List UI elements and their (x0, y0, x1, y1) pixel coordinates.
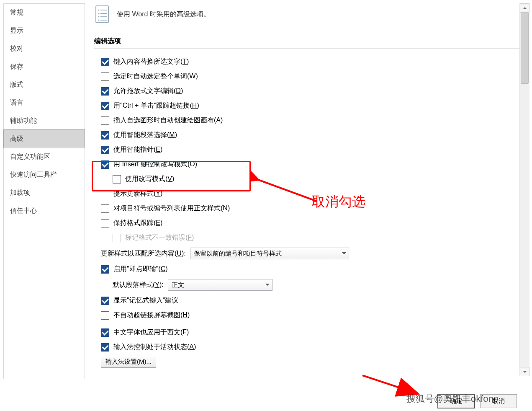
scroll-up-button[interactable] (520, 3, 529, 13)
editing-options-group: 键入内容替换所选文字(T) 选定时自动选定整个单词(W) 允许拖放式文字编辑(D… (94, 54, 523, 369)
svg-point-1 (98, 9, 99, 10)
checkbox-icon (113, 234, 121, 242)
sidebar-item-proofing[interactable]: 校对 (4, 40, 85, 58)
opt-keep-format-tracking[interactable]: 保持格式跟踪(E) (101, 216, 523, 230)
svg-point-3 (98, 13, 99, 14)
row-update-style-select: 更新样式以匹配所选内容(U): 保留以前的编号和项目符号样式 (101, 245, 523, 262)
chevron-down-icon (342, 251, 346, 256)
opt-label: 使用改写模式(V) (125, 175, 174, 184)
sidebar-item-addins[interactable]: 加载项 (4, 184, 85, 202)
checkbox-icon[interactable] (101, 87, 109, 96)
scroll-down-button[interactable] (520, 367, 529, 376)
opt-no-auto-hyperlink-screenshot[interactable]: 不自动超链接屏幕截图(H) (101, 308, 523, 323)
sidebar-item-accessibility[interactable]: 辅助功能 (4, 112, 85, 130)
checkbox-icon[interactable] (101, 297, 109, 305)
ime-settings-button[interactable]: 输入法设置(M)... (101, 356, 156, 368)
sidebar-item-advanced[interactable]: 高级 (3, 129, 85, 148)
advanced-options-panel: 使用 Word 时采用的高级选项。 编辑选项 键入内容替换所选文字(T) 选定时… (85, 0, 532, 379)
opt-typing-replace[interactable]: 键入内容替换所选文字(T) (101, 54, 523, 69)
opt-label: 使用智能指针(E) (113, 145, 162, 154)
opt-use-overtype[interactable]: 使用改写模式(V) (101, 172, 523, 186)
checkbox-icon[interactable] (101, 160, 109, 169)
sidebar-item-display[interactable]: 显示 (4, 22, 85, 40)
select-value: 保留以前的编号和项目符号样式 (194, 250, 282, 258)
annotation-text: 取消勾选 (312, 193, 365, 211)
default-para-style-select[interactable]: 正文 (168, 279, 272, 291)
sidebar-item-save[interactable]: 保存 (4, 58, 85, 76)
opt-label: 用"Ctrl + 单击"跟踪超链接(H) (113, 101, 199, 110)
opt-label: 使用智能段落选择(M) (113, 131, 177, 140)
sidebar-item-customize-ribbon[interactable]: 自定义功能区 (4, 148, 85, 166)
checkbox-icon[interactable] (101, 343, 109, 352)
opt-label: 中文字体也应用于西文(F) (113, 328, 189, 337)
update-style-select[interactable]: 保留以前的编号和项目符号样式 (190, 248, 349, 259)
checkbox-icon[interactable] (101, 72, 109, 81)
opt-label: 提示更新样式(Y) (113, 189, 162, 198)
select-value: 正文 (172, 281, 184, 289)
opt-auto-canvas[interactable]: 插入自选图形时自动创建绘图画布(A) (101, 113, 523, 128)
opt-autocomplete-suggestion[interactable]: 显示"记忆式键入"建议 (101, 293, 523, 308)
checkbox-icon[interactable] (101, 146, 109, 154)
opt-insert-key-overtype[interactable]: 用 Insert 键控制改写模式(O) (101, 157, 523, 172)
checkbox-icon[interactable] (101, 265, 109, 274)
section-divider (94, 48, 523, 49)
sidebar-item-layout[interactable]: 版式 (4, 76, 85, 94)
checkbox-icon[interactable] (101, 204, 109, 213)
opt-drag-drop-edit[interactable]: 允许拖放式文字编辑(D) (101, 84, 523, 98)
document-options-icon (94, 5, 111, 23)
opt-label: 保持格式跟踪(E) (113, 219, 162, 227)
opt-smart-paragraph[interactable]: 使用智能段落选择(M) (101, 128, 523, 142)
opt-label: 允许拖放式文字编辑(D) (113, 87, 183, 96)
opt-click-and-type[interactable]: 启用"即点即输"(C) (101, 262, 523, 277)
row-ime-settings: 输入法设置(M)... (101, 354, 523, 369)
checkbox-icon[interactable] (101, 116, 109, 125)
opt-label: 标记格式不一致错误(F) (125, 233, 194, 242)
opt-ctrl-click-hyperlink[interactable]: 用"Ctrl + 单击"跟踪超链接(H) (101, 98, 523, 113)
opt-ime-active[interactable]: 输入法控制处于活动状态(A) (101, 340, 523, 354)
opt-label: 不自动超链接屏幕截图(H) (113, 311, 190, 320)
opt-chinese-font-latin[interactable]: 中文字体也应用于西文(F) (101, 325, 523, 340)
opt-smart-cursor[interactable]: 使用智能指针(E) (101, 142, 523, 157)
row-default-paragraph-style: 默认段落样式(Y): 正文 (101, 277, 523, 293)
ok-button[interactable]: 确定 (437, 394, 475, 408)
checkbox-icon[interactable] (101, 328, 109, 337)
opt-label: 用 Insert 键控制改写模式(O) (113, 160, 197, 169)
checkbox-icon[interactable] (113, 175, 121, 184)
vertical-scrollbar[interactable] (519, 3, 529, 376)
opt-label: 输入法控制处于活动状态(A) (113, 343, 196, 352)
svg-point-7 (98, 19, 99, 21)
sidebar-item-language[interactable]: 语言 (4, 94, 85, 112)
checkbox-icon[interactable] (101, 131, 109, 140)
options-category-sidebar: 常规 显示 校对 保存 版式 语言 辅助功能 高级 自定义功能区 快速访问工具栏… (3, 3, 85, 379)
chevron-down-icon (265, 283, 270, 287)
checkbox-icon[interactable] (101, 311, 109, 320)
panel-title: 使用 Word 时采用的高级选项。 (117, 10, 210, 19)
opt-label: 键入内容替换所选文字(T) (113, 57, 189, 66)
scrollbar-thumb[interactable] (521, 13, 529, 84)
checkbox-icon[interactable] (101, 219, 109, 227)
opt-label: 选定时自动选定整个单词(W) (113, 72, 198, 81)
dialog-buttons-row: 确定 取消 (437, 394, 517, 408)
opt-label: 对项目符号或编号列表使用正文样式(N) (113, 204, 230, 213)
sidebar-item-quick-access-toolbar[interactable]: 快速访问工具栏 (4, 166, 85, 184)
checkbox-icon[interactable] (101, 58, 109, 66)
opt-label: 插入自选图形时自动创建绘图画布(A) (113, 116, 223, 125)
svg-point-5 (98, 16, 99, 17)
default-para-style-label: 默认段落样式(Y): (113, 281, 164, 290)
opt-select-whole-word[interactable]: 选定时自动选定整个单词(W) (101, 69, 523, 84)
checkbox-icon[interactable] (101, 190, 109, 198)
sidebar-item-general[interactable]: 常规 (4, 4, 85, 22)
sidebar-item-trust-center[interactable]: 信任中心 (4, 202, 85, 220)
checkbox-icon[interactable] (101, 102, 109, 110)
opt-label: 显示"记忆式键入"建议 (113, 296, 178, 305)
opt-label: 启用"即点即输"(C) (113, 265, 168, 274)
cancel-button[interactable]: 取消 (480, 394, 517, 408)
section-editing-title: 编辑选项 (94, 37, 523, 46)
update-style-label: 更新样式以匹配所选内容(U): (101, 249, 186, 258)
opt-mark-format-inconsistency: 标记格式不一致错误(F) (101, 230, 523, 245)
